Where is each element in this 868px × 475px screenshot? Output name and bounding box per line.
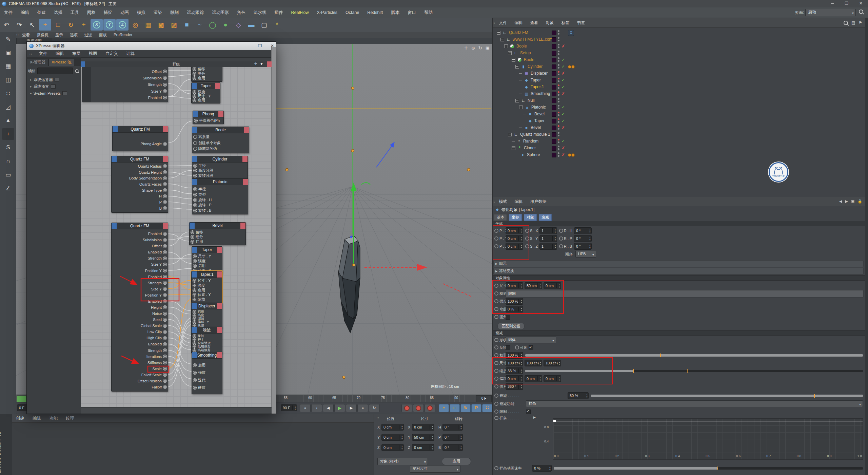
tab-coordinates[interactable]: 坐标 <box>509 214 522 221</box>
coord-field[interactable]: 0 cm <box>412 424 434 431</box>
menu-item[interactable]: 窗口 <box>403 10 420 16</box>
object-row[interactable]: Cloner <box>493 145 866 151</box>
visibility-dots[interactable] <box>558 63 560 70</box>
spline-curve[interactable] <box>553 421 863 421</box>
viewport-menu-item[interactable]: ProRender <box>110 33 136 38</box>
anim-dot[interactable] <box>494 307 498 311</box>
viewport-menu-item[interactable]: 面板 <box>96 33 110 38</box>
pool-item[interactable]: System Presets <box>27 90 81 97</box>
panel-grip[interactable]: ∷ <box>493 21 495 25</box>
goto-end-button[interactable]: » <box>357 404 368 412</box>
object-row[interactable]: Displacer <box>493 70 866 77</box>
play-button[interactable]: ▶ <box>334 404 345 412</box>
object-row[interactable]: Platonic <box>493 104 866 111</box>
rh-field[interactable]: 0 ° <box>574 227 592 234</box>
object-name[interactable]: Quartz module 1 <box>520 132 550 137</box>
key-position-toggle[interactable]: + <box>439 404 449 412</box>
om-menu-item[interactable]: 书签 <box>573 20 589 26</box>
axis-x-lock[interactable]: X <box>91 19 103 31</box>
group-freeze[interactable]: 冻结变换 <box>493 268 864 274</box>
key-rotation-toggle[interactable]: ↻ <box>460 404 471 412</box>
viewport-menu-item[interactable]: 过滤 <box>81 33 96 38</box>
strength-field[interactable]: 100 % <box>506 298 523 305</box>
falloff-percent-field[interactable]: 50 % <box>568 392 589 399</box>
object-name[interactable]: Cloner <box>524 146 536 150</box>
points-mode-icon[interactable]: ∷ <box>2 88 14 99</box>
xpresso-menu-item[interactable]: 自定义 <box>101 51 122 57</box>
anim-dot[interactable] <box>494 353 498 357</box>
menu-item[interactable]: 脚本 <box>387 10 403 16</box>
spline-curve-editor[interactable]: 0.00.10.20.30.40.50.60.70.80.91.0 <box>553 418 863 460</box>
anim-dot[interactable] <box>494 229 498 233</box>
anim-dot[interactable] <box>494 299 498 303</box>
menu-item[interactable]: 运动图形 <box>208 10 233 16</box>
object-row[interactable]: Taper <box>493 117 866 124</box>
size-field[interactable]: 50 cm <box>525 282 542 289</box>
weight-field[interactable]: 100 % <box>506 352 523 359</box>
menu-item[interactable]: Redshift <box>363 10 387 15</box>
interactive-render-icon[interactable]: ▨ <box>168 19 180 31</box>
maximize-button[interactable]: ❐ <box>258 43 262 48</box>
rb-field[interactable]: 0 ° <box>574 243 592 250</box>
layer-chip[interactable] <box>552 71 556 76</box>
object-name[interactable]: Sphere <box>527 152 540 157</box>
anim-dot[interactable] <box>494 377 498 381</box>
object-row[interactable]: Taper.1 <box>493 83 866 90</box>
object-name[interactable]: Boole <box>516 44 527 49</box>
enable-status[interactable] <box>561 83 566 90</box>
viewport-menu-item[interactable]: 显示 <box>52 33 66 38</box>
visibility-dots[interactable] <box>558 77 560 83</box>
falloff-function-dropdown[interactable]: 样条 <box>526 400 863 407</box>
layer-chip[interactable] <box>552 105 556 110</box>
layer-chip[interactable] <box>552 37 556 42</box>
object-row[interactable]: Taper <box>493 77 866 83</box>
workplane-lock-icon[interactable]: ▭ <box>2 169 14 180</box>
key-point-level-toggle[interactable]: ∷ <box>482 404 492 412</box>
anim-dot[interactable] <box>559 244 563 248</box>
tab-basic[interactable]: 基本 <box>494 214 507 221</box>
last-tool-icon[interactable]: + <box>78 19 90 31</box>
viewport-solo-icon[interactable]: S <box>2 142 14 153</box>
visibility-dots[interactable] <box>558 83 560 90</box>
xpresso-title-bar[interactable]: XPresso 编辑器 ─ ❐ ✕ <box>27 42 276 50</box>
visibility-dots[interactable] <box>558 29 560 36</box>
visible-checkbox[interactable] <box>529 345 533 350</box>
visibility-dots[interactable] <box>558 151 560 158</box>
expand-toggle[interactable] <box>508 133 512 136</box>
invert-checkbox[interactable] <box>506 345 510 350</box>
layer-chip[interactable] <box>552 92 556 96</box>
visibility-dots[interactable] <box>558 131 560 138</box>
enable-status[interactable] <box>561 56 566 63</box>
om-filter-icon[interactable]: ▤ <box>851 20 855 25</box>
close-button[interactable]: ✕ <box>854 0 868 7</box>
layer-chip[interactable] <box>552 78 556 83</box>
pool-search-icon[interactable] <box>75 69 78 73</box>
tab-falloff[interactable]: 衰减 <box>539 214 552 221</box>
xpresso-menu-item[interactable]: 编辑 <box>51 51 68 57</box>
anim-dot[interactable] <box>494 236 498 241</box>
enable-status[interactable] <box>561 124 566 131</box>
layer-chip[interactable] <box>552 146 556 151</box>
menu-item[interactable]: 网格 <box>83 10 100 16</box>
snapshot-icon[interactable]: ▣ <box>851 199 854 204</box>
visibility-dots[interactable] <box>558 124 560 131</box>
object-name[interactable]: Null <box>528 98 535 103</box>
coord-field[interactable]: 0 cm <box>381 424 404 431</box>
spline-rate-slider[interactable] <box>554 467 863 470</box>
rp-field[interactable]: 0 ° <box>574 235 592 242</box>
om-menu-item[interactable]: 文件 <box>495 20 511 26</box>
anim-dot[interactable] <box>494 410 498 414</box>
object-name[interactable]: Taper <box>531 78 541 82</box>
xpresso-editor-window[interactable]: XPresso 编辑器 ─ ❐ ✕ ∷ 文件编辑布局视图自定义计算 X-管理器X… <box>26 41 276 414</box>
layer-chip[interactable] <box>552 51 556 56</box>
menu-item[interactable]: 创建 <box>33 10 50 16</box>
texture-mode-icon[interactable]: ▦ <box>2 60 14 72</box>
timeline-slider-handle[interactable] <box>17 396 26 402</box>
visibility-dots[interactable] <box>558 56 560 63</box>
xpresso-menu-item[interactable]: 计算 <box>122 51 139 57</box>
anim-dot[interactable] <box>494 416 498 420</box>
falloff-size-field[interactable]: 100 cm <box>525 360 542 366</box>
enable-status[interactable] <box>561 77 566 83</box>
enable-status[interactable] <box>561 151 566 158</box>
anim-dot[interactable] <box>494 338 498 342</box>
